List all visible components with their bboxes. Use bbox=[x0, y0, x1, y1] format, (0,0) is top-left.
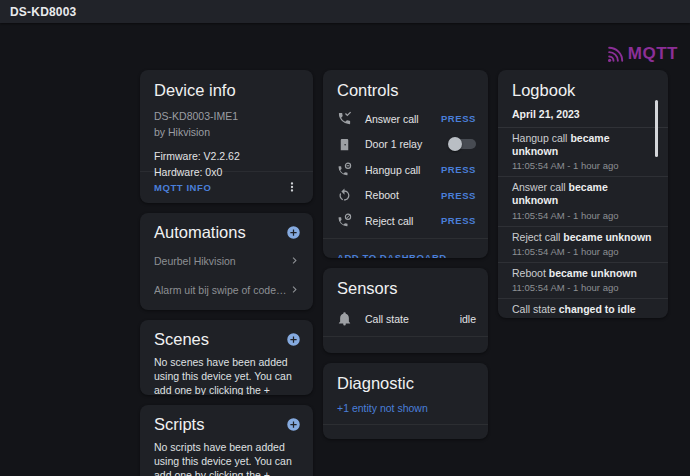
scenes-card: Scenes No scenes have been added using t… bbox=[140, 320, 313, 395]
phone-hangup-icon bbox=[337, 162, 352, 177]
sensors-title: Sensors bbox=[323, 268, 488, 298]
device-menu-button[interactable] bbox=[285, 180, 299, 194]
door-icon bbox=[337, 137, 352, 152]
page-title: DS-KD8003 bbox=[10, 5, 77, 19]
controls-title: Controls bbox=[323, 70, 488, 100]
entity-label: Door 1 relay bbox=[365, 138, 448, 150]
chevron-right-icon bbox=[288, 283, 301, 296]
phone-cancel-icon bbox=[337, 213, 352, 228]
automations-header: Automations bbox=[140, 213, 313, 246]
logbook-entry-action: changed to idle bbox=[559, 303, 636, 315]
controls-add-row: ADD TO DASHBOARD bbox=[323, 238, 488, 259]
logbook-entry-action: became unknown bbox=[549, 267, 637, 279]
logbook-entity-name[interactable]: Reject call bbox=[512, 231, 560, 243]
sensors-rows: Call state idle bbox=[323, 306, 488, 332]
plus-circle-icon bbox=[286, 417, 301, 432]
add-to-dashboard-button[interactable]: ADD TO DASHBOARD bbox=[337, 438, 447, 439]
automations-card: Automations Deurbel Hikvision Alarm uit … bbox=[140, 213, 313, 310]
add-script-button[interactable] bbox=[286, 417, 301, 432]
add-automation-button[interactable] bbox=[286, 225, 301, 240]
app-header: DS-KD8003 bbox=[0, 0, 690, 23]
logbook-entry[interactable]: Reboot became unknown 11:05:54 AM - 1 ho… bbox=[498, 262, 668, 298]
scripts-empty-text: No scripts have been added using this de… bbox=[140, 438, 313, 476]
entity-state: idle bbox=[460, 313, 476, 325]
scripts-card: Scripts No scripts have been added using… bbox=[140, 405, 313, 476]
logbook-entity-name[interactable]: Reboot bbox=[512, 267, 546, 279]
diagnostic-add-row: ADD TO DASHBOARD bbox=[323, 424, 488, 439]
door-relay-toggle[interactable] bbox=[448, 137, 476, 151]
device-info-card: Device info DS-KD8003-IME1 by Hikvision … bbox=[140, 70, 313, 203]
press-button[interactable]: PRESS bbox=[441, 215, 476, 226]
logbook-entry[interactable]: Call state changed to idle 11:05:54 AM -… bbox=[498, 298, 668, 318]
device-page-content: Device info DS-KD8003-IME1 by Hikvision … bbox=[0, 23, 690, 476]
entity-row-reject-call[interactable]: Reject call PRESS bbox=[323, 208, 488, 234]
middle-column: Controls Answer call PRESS bbox=[323, 70, 488, 476]
toggle-thumb bbox=[448, 137, 462, 151]
plus-circle-icon bbox=[286, 332, 301, 347]
entity-row-call-state[interactable]: Call state idle bbox=[323, 306, 488, 332]
controls-card: Controls Answer call PRESS bbox=[323, 70, 488, 258]
logbook-entity-name[interactable]: Answer call bbox=[512, 181, 566, 193]
logbook-entry-time: 11:05:54 AM - 1 hour ago bbox=[512, 210, 654, 221]
kebab-menu-icon bbox=[285, 180, 299, 194]
logbook-entry[interactable]: Hangup call became unknown 11:05:54 AM -… bbox=[498, 128, 668, 176]
logbook-scrollbar[interactable] bbox=[655, 100, 658, 157]
logbook-title: Logbook bbox=[498, 70, 668, 100]
bell-icon bbox=[337, 311, 352, 326]
entity-row-door-relay[interactable]: Door 1 relay bbox=[323, 132, 488, 158]
scripts-title: Scripts bbox=[154, 415, 204, 434]
device-model: DS-KD8003-IME1 bbox=[154, 109, 299, 125]
controls-rows: Answer call PRESS Door 1 relay bbox=[323, 106, 488, 234]
logbook-entry[interactable]: Reject call became unknown 11:05:54 AM -… bbox=[498, 226, 668, 262]
entity-row-reboot[interactable]: Reboot PRESS bbox=[323, 183, 488, 209]
logbook-date-header: April 21, 2023 bbox=[498, 100, 668, 127]
phone-check-icon bbox=[337, 111, 352, 126]
left-column: Device info DS-KD8003-IME1 by Hikvision … bbox=[140, 70, 313, 476]
logbook-entry-time: 11:05:54 AM - 1 hour ago bbox=[512, 246, 654, 257]
diagnostic-card: Diagnostic +1 entity not shown ADD TO DA… bbox=[323, 363, 488, 439]
device-info-title: Device info bbox=[154, 81, 299, 100]
add-to-dashboard-button[interactable]: ADD TO DASHBOARD bbox=[337, 350, 447, 354]
diagnostic-title: Diagnostic bbox=[323, 363, 488, 393]
restart-icon bbox=[337, 188, 352, 203]
logbook-entry-action: became unknown bbox=[563, 231, 651, 243]
sensors-add-row: ADD TO DASHBOARD bbox=[323, 336, 488, 354]
entity-label: Call state bbox=[365, 313, 460, 325]
scenes-title: Scenes bbox=[154, 330, 209, 349]
device-info-actions: MQTT INFO bbox=[140, 171, 313, 203]
logbook-entity-name[interactable]: Call state bbox=[512, 303, 556, 315]
entity-label: Hangup call bbox=[365, 164, 441, 176]
logbook-entries: Hangup call became unknown 11:05:54 AM -… bbox=[498, 127, 668, 318]
plus-circle-icon bbox=[286, 225, 301, 240]
press-button[interactable]: PRESS bbox=[441, 113, 476, 124]
entity-row-hangup-call[interactable]: Hangup call PRESS bbox=[323, 157, 488, 183]
automation-item[interactable]: Deurbel Hikvision bbox=[140, 246, 313, 275]
scenes-header: Scenes bbox=[140, 320, 313, 353]
logbook-card: Logbook April 21, 2023 Hangup call becam… bbox=[498, 70, 668, 318]
scenes-empty-text: No scenes have been added using this dev… bbox=[140, 353, 313, 395]
press-button[interactable]: PRESS bbox=[441, 164, 476, 175]
automation-label: Alarm uit bij swipe of code aan de deur bbox=[154, 284, 288, 296]
automations-title: Automations bbox=[154, 223, 246, 242]
device-manufacturer: by Hikvision bbox=[154, 125, 299, 141]
hidden-entities-link[interactable]: +1 entity not shown bbox=[337, 402, 428, 414]
scripts-header: Scripts bbox=[140, 405, 313, 438]
logbook-entry-time: 11:05:54 AM - 1 hour ago bbox=[512, 160, 654, 171]
logbook-entry-time: 11:05:54 AM - 1 hour ago bbox=[512, 282, 654, 293]
entity-row-answer-call[interactable]: Answer call PRESS bbox=[323, 106, 488, 132]
logbook-entry[interactable]: Answer call became unknown 11:05:54 AM -… bbox=[498, 176, 668, 225]
sensors-card: Sensors Call state idle ADD TO DASHBOARD bbox=[323, 268, 488, 353]
right-column: Logbook April 21, 2023 Hangup call becam… bbox=[498, 70, 668, 476]
entity-label: Reboot bbox=[365, 189, 441, 201]
chevron-right-icon bbox=[288, 254, 301, 267]
press-button[interactable]: PRESS bbox=[441, 190, 476, 201]
automation-label: Deurbel Hikvision bbox=[154, 255, 236, 267]
entity-label: Reject call bbox=[365, 215, 441, 227]
automation-item[interactable]: Alarm uit bij swipe of code aan de deur bbox=[140, 275, 313, 304]
entity-label: Answer call bbox=[365, 113, 441, 125]
add-to-dashboard-button[interactable]: ADD TO DASHBOARD bbox=[337, 252, 447, 259]
add-scene-button[interactable] bbox=[286, 332, 301, 347]
logbook-entity-name[interactable]: Hangup call bbox=[512, 132, 567, 144]
device-firmware: Firmware: V2.2.62 bbox=[154, 148, 299, 164]
mqtt-info-button[interactable]: MQTT INFO bbox=[154, 182, 211, 193]
